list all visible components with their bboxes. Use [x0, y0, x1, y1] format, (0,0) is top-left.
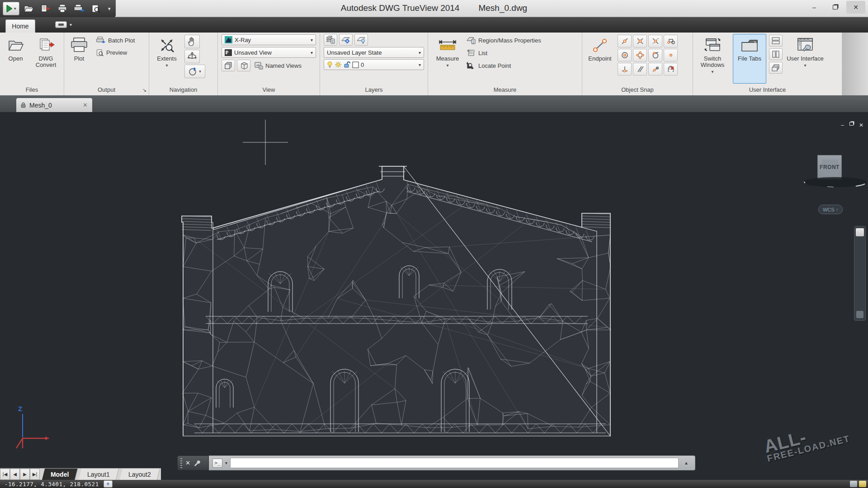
preview-icon[interactable] — [89, 2, 103, 15]
plot-button[interactable]: Plot — [66, 34, 92, 84]
window-close-button[interactable]: ✕ — [846, 1, 865, 14]
extents-dropdown-icon[interactable]: ▾ — [165, 62, 168, 69]
drag-grip-icon[interactable] — [180, 458, 182, 468]
status-tray-icon-2[interactable] — [859, 481, 866, 487]
viewcube-compass-ring[interactable] — [802, 176, 868, 188]
drawing-close-button[interactable]: ✕ — [859, 122, 863, 128]
pan-button[interactable] — [184, 35, 200, 48]
steering-wheel-dropdown-icon[interactable]: ▾ — [199, 69, 201, 74]
tab-layout2[interactable]: Layout2 — [120, 469, 160, 480]
navbar-top-button[interactable] — [856, 228, 864, 236]
window-restore-button[interactable] — [826, 1, 844, 14]
layer-select[interactable]: 0 ▾ — [324, 59, 424, 70]
snap-perpendicular-button[interactable] — [618, 63, 632, 75]
drawing-minimize-button[interactable]: – — [841, 122, 844, 128]
snap-nearest-button[interactable] — [648, 63, 662, 75]
switch-windows-dropdown-icon[interactable]: ▾ — [711, 69, 713, 75]
viewcube[interactable]: FRONT — [817, 155, 842, 179]
tab-prev-button[interactable]: ◀ — [10, 469, 20, 480]
visual-style-box-button[interactable] — [222, 60, 235, 71]
shaded-box-icon — [224, 61, 233, 70]
status-tray-icon-1[interactable] — [850, 481, 857, 487]
list-button[interactable]: List — [464, 47, 543, 58]
user-interface-button[interactable]: User Interface ▾ — [785, 34, 825, 84]
drawing-canvas[interactable]: – ✕ FRONT WCS ▿ Z ALL- FREE-LOAD.NET ✕ — [0, 112, 868, 488]
layer-properties-icon — [326, 35, 335, 44]
view-state-select[interactable]: Unsaved View ▾ — [222, 47, 316, 58]
preview-button[interactable]: Preview — [94, 47, 137, 58]
drawing-restore-button[interactable] — [849, 122, 854, 126]
command-close-icon[interactable]: ✕ — [185, 460, 190, 466]
dwg-convert-icon[interactable] — [39, 2, 53, 15]
qat-overflow-icon[interactable]: ▾ — [106, 6, 113, 12]
command-prompt-icon[interactable]: >_ — [212, 459, 222, 468]
snap-parallel-button[interactable] — [633, 63, 647, 75]
ribbon-minimize-caret-icon[interactable]: ▾ — [70, 22, 72, 27]
snap-intersection-button[interactable] — [633, 35, 647, 47]
user-interface-icon — [795, 36, 815, 54]
open-icon[interactable] — [22, 2, 36, 15]
layer-settings-button[interactable] — [339, 34, 353, 46]
snap-midpoint-button[interactable] — [618, 35, 632, 47]
layer-bulb-icon — [356, 35, 366, 44]
snap-node-button[interactable] — [664, 49, 678, 61]
snap-off-button[interactable] — [664, 63, 678, 75]
dwg-convert-button[interactable]: DWG Convert — [31, 34, 61, 84]
layer-state-select[interactable]: Unsaved Layer State ▾ — [324, 47, 424, 58]
command-customize-wrench-icon[interactable] — [193, 460, 201, 467]
switch-windows-button[interactable]: Switch Windows ▾ — [695, 34, 730, 84]
cascade-windows-button[interactable] — [769, 62, 783, 74]
region-mass-properties-button[interactable]: Region/Mass Properties — [464, 35, 543, 46]
steering-wheel-button[interactable]: ▾ — [184, 65, 205, 78]
tab-first-button[interactable]: |◀ — [0, 469, 10, 480]
panel-label-view: View — [263, 86, 275, 93]
crosshair-toggle-button[interactable]: + — [104, 480, 113, 488]
measure-dropdown-icon[interactable]: ▾ — [446, 62, 448, 69]
snap-apparent-intersection-button[interactable] — [648, 35, 662, 47]
layer-isolate-button[interactable] — [354, 34, 368, 46]
ribbon-minimize-icon[interactable] — [55, 21, 67, 28]
print-icon[interactable] — [56, 2, 70, 15]
batch-print-icon[interactable] — [72, 2, 86, 15]
orbit-button[interactable] — [184, 50, 200, 63]
snap-tangent-button[interactable] — [648, 49, 662, 61]
file-tab-mesh0[interactable]: Mesh_0 ✕ — [16, 98, 92, 112]
open-button[interactable]: Open — [3, 34, 29, 84]
visual-style-select[interactable]: X-Ray ▾ — [222, 34, 316, 45]
svg-text:Z: Z — [18, 405, 22, 413]
locate-point-button[interactable]: Locate Point — [464, 60, 543, 71]
tile-horizontally-button[interactable] — [769, 35, 783, 47]
named-views-button[interactable]: Named Views — [252, 60, 303, 71]
command-bar-handle[interactable]: ✕ — [177, 455, 209, 470]
layer-properties-button[interactable] — [324, 34, 337, 46]
output-dialog-launcher-icon[interactable]: ↘ — [142, 87, 146, 93]
wcs-menu[interactable]: WCS ▿ — [818, 205, 843, 214]
tile-vertically-button[interactable] — [769, 48, 783, 60]
snap-extension-button[interactable] — [664, 35, 678, 47]
measure-button[interactable]: Measure ▾ — [433, 34, 462, 84]
window-minimize-button[interactable]: – — [805, 1, 824, 14]
tab-home[interactable]: Home — [5, 19, 35, 33]
command-recent-dropdown-icon[interactable]: ▾ — [225, 460, 227, 465]
tab-layout1[interactable]: Layout1 — [79, 469, 119, 480]
tab-next-button[interactable]: ▶ — [20, 469, 30, 480]
snap-center-button[interactable] — [618, 49, 632, 61]
navbar-bottom-button[interactable] — [856, 311, 863, 318]
command-history-up-icon[interactable]: ▲ — [681, 458, 691, 468]
panel-label-navigation: Navigation — [170, 86, 197, 93]
wireframe-box-button[interactable] — [237, 60, 250, 71]
batch-plot-button[interactable]: Batch Plot — [94, 35, 137, 46]
file-tabs-button[interactable]: x File Tabs — [733, 34, 766, 84]
zoom-extents-button[interactable]: Extents ▾ — [151, 34, 183, 84]
endpoint-snap-button[interactable]: Endpoint — [584, 34, 616, 84]
application-menu-button[interactable]: ▾ — [3, 2, 19, 15]
tab-last-button[interactable]: ▶| — [30, 469, 40, 480]
viewcube-front-face[interactable]: FRONT — [820, 164, 840, 170]
file-tab-close-icon[interactable]: ✕ — [83, 102, 88, 108]
tab-model[interactable]: Model — [42, 469, 78, 480]
wcs-dropdown-icon: ▿ — [836, 207, 839, 212]
user-interface-dropdown-icon[interactable]: ▾ — [804, 62, 806, 69]
navigation-bar-strip[interactable] — [854, 226, 866, 321]
snap-quadrant-button[interactable] — [633, 49, 647, 61]
command-input[interactable] — [230, 458, 679, 468]
